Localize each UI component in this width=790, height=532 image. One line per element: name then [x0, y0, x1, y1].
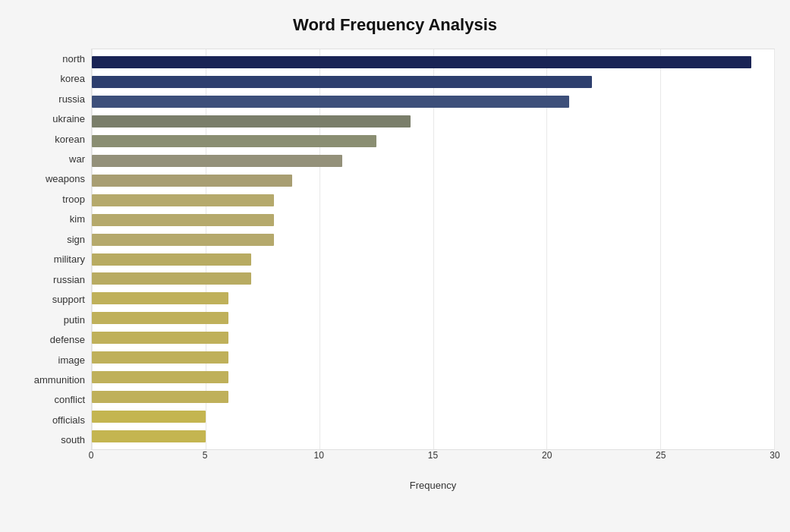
- y-label-defense: defense: [15, 329, 85, 349]
- y-label-korea: korea: [15, 68, 85, 88]
- x-tick-30: 30: [770, 450, 779, 461]
- x-tick-10: 10: [314, 450, 324, 461]
- bar-support: [92, 292, 228, 304]
- y-label-war: war: [15, 149, 85, 168]
- y-label-russia: russia: [15, 89, 85, 109]
- y-label-troop: troop: [15, 189, 85, 209]
- bar-row-conflict: [92, 387, 774, 407]
- bar-row-ukraine: [92, 112, 774, 131]
- bar-conflict: [92, 391, 228, 403]
- bar-row-kim: [92, 210, 774, 230]
- x-tick-20: 20: [542, 450, 552, 461]
- bar-image: [92, 351, 228, 364]
- y-label-military: military: [15, 250, 85, 269]
- chart-title: Word Frequency Analysis: [15, 15, 775, 35]
- x-tick-25: 25: [656, 450, 666, 461]
- y-label-north: north: [15, 49, 85, 68]
- y-label-sign: sign: [15, 229, 85, 249]
- y-label-officials: officials: [15, 410, 85, 430]
- bar-russian: [92, 272, 251, 285]
- x-axis: Frequency 051015202530: [91, 450, 775, 474]
- bar-russia: [92, 96, 569, 108]
- bar-north: [92, 56, 751, 68]
- bar-row-officials: [92, 407, 774, 427]
- bar-row-korea: [92, 72, 774, 92]
- bar-ukraine: [92, 115, 411, 127]
- y-label-ukraine: ukraine: [15, 109, 85, 128]
- bar-row-support: [92, 288, 774, 308]
- bar-row-korean: [92, 131, 774, 151]
- bar-korea: [92, 76, 592, 88]
- bar-weapons: [92, 175, 292, 187]
- y-label-support: support: [15, 289, 85, 309]
- bar-military: [92, 253, 251, 266]
- bar-row-war: [92, 151, 774, 171]
- bar-row-putin: [92, 308, 774, 328]
- y-label-kim: kim: [15, 209, 85, 229]
- bar-row-sign: [92, 230, 774, 250]
- bar-south: [92, 430, 206, 442]
- y-axis: northkorearussiaukrainekoreanwarweaponst…: [15, 49, 91, 474]
- y-label-putin: putin: [15, 310, 85, 329]
- bar-row-image: [92, 348, 774, 367]
- x-tick-5: 5: [203, 450, 208, 461]
- y-label-weapons: weapons: [15, 169, 85, 189]
- bar-putin: [92, 312, 228, 324]
- bar-row-troop: [92, 190, 774, 210]
- bar-defense: [92, 332, 228, 344]
- bars-container: [92, 49, 774, 449]
- bar-war: [92, 155, 342, 167]
- x-tick-0: 0: [89, 450, 94, 461]
- bar-row-ammunition: [92, 367, 774, 387]
- bar-row-south: [92, 427, 774, 446]
- grid-line-30: [774, 49, 775, 449]
- y-label-ammunition: ammunition: [15, 370, 85, 389]
- bar-sign: [92, 234, 274, 246]
- bar-row-weapons: [92, 171, 774, 190]
- bar-row-russia: [92, 92, 774, 112]
- bar-row-military: [92, 250, 774, 269]
- x-axis-label: Frequency: [410, 480, 456, 491]
- bar-officials: [92, 411, 206, 423]
- y-label-korean: korean: [15, 129, 85, 149]
- chart-area: northkorearussiaukrainekoreanwarweaponst…: [15, 49, 775, 474]
- bar-troop: [92, 194, 274, 206]
- y-label-russian: russian: [15, 269, 85, 289]
- bar-row-russian: [92, 269, 774, 288]
- y-label-conflict: conflict: [15, 390, 85, 410]
- bars-wrapper: [91, 49, 775, 450]
- bar-korean: [92, 135, 376, 147]
- bar-ammunition: [92, 371, 228, 383]
- bar-row-north: [92, 52, 774, 72]
- plot-area: Frequency 051015202530: [91, 49, 775, 474]
- x-tick-15: 15: [428, 450, 438, 461]
- bar-row-defense: [92, 328, 774, 348]
- y-label-image: image: [15, 350, 85, 370]
- bar-kim: [92, 214, 274, 226]
- y-label-south: south: [15, 430, 85, 450]
- chart-container: Word Frequency Analysis northkorearussia…: [0, 0, 790, 532]
